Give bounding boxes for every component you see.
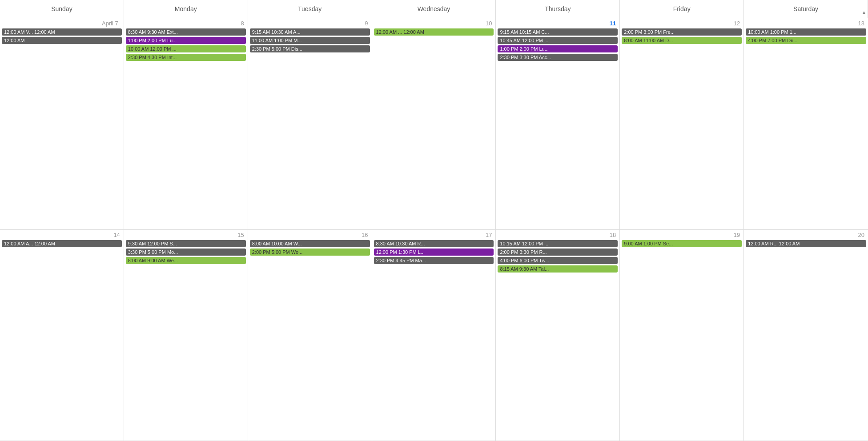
day-number-w1-d3: 17 — [374, 232, 494, 238]
day-number-w0-d4: 11 — [498, 20, 618, 27]
event-w1-d4-e0[interactable]: 10:15 AM 12:00 PM ... — [498, 240, 618, 247]
day-number-w1-d2: 16 — [250, 232, 370, 238]
event-w1-d6-e0[interactable]: 12:00 AM R... 12:00 AM — [746, 240, 866, 247]
header-sunday: Sunday — [0, 0, 124, 18]
day-number-w0-d0: April 7 — [2, 20, 122, 27]
day-cell-w1-d6[interactable]: 2012:00 AM R... 12:00 AM — [744, 230, 868, 441]
day-cell-w1-d0[interactable]: 1412:00 AM A... 12:00 AM — [0, 230, 124, 441]
event-w1-d4-e1[interactable]: 2:00 PM 3:30 PM R... — [498, 249, 618, 256]
header-wednesday: Wednesday — [372, 0, 496, 18]
week-row-0: April 712:00 AM V... 12:00 AM12:00 AM88:… — [0, 18, 868, 230]
header-tuesday: Tuesday — [248, 0, 372, 18]
day-number-w1-d6: 20 — [746, 232, 866, 238]
event-w0-d1-e2[interactable]: 10:00 AM 12:00 PM ... — [126, 45, 246, 52]
event-w0-d1-e0[interactable]: 8:30 AM 9:30 AM Ext... — [126, 28, 246, 36]
day-number-w0-d1: 8 — [126, 20, 246, 27]
day-number-w1-d1: 15 — [126, 232, 246, 238]
event-w1-d1-e2[interactable]: 8:00 AM 9:00 AM We... — [126, 257, 246, 264]
day-cell-w0-d6[interactable]: 1310:00 AM 1:00 PM 1...4:00 PM 7:00 PM D… — [744, 18, 868, 229]
event-w0-d4-e2[interactable]: 1:00 PM 2:00 PM Lu... — [498, 45, 618, 52]
day-cell-w0-d4[interactable]: 119:15 AM 10:15 AM C...10:45 AM 12:00 PM… — [496, 18, 620, 229]
event-w1-d1-e1[interactable]: 3:30 PM 5:00 PM Mo... — [126, 249, 246, 256]
event-w1-d5-e0[interactable]: 9:00 AM 1:00 PM Se... — [622, 240, 742, 247]
day-number-w0-d6: 13 — [746, 20, 866, 27]
day-cell-w0-d0[interactable]: April 712:00 AM V... 12:00 AM12:00 AM — [0, 18, 124, 229]
event-w1-d4-e2[interactable]: 4:00 PM 6:00 PM Tw... — [498, 257, 618, 264]
event-w0-d6-e1[interactable]: 4:00 PM 7:00 PM Dri... — [746, 37, 866, 44]
day-number-w0-d2: 9 — [250, 20, 370, 27]
day-cell-w1-d3[interactable]: 178:30 AM 10:30 AM R...12:00 PM 1:30 PM … — [372, 230, 496, 441]
weeks-container: April 712:00 AM V... 12:00 AM12:00 AM88:… — [0, 18, 868, 441]
header-thursday: Thursday — [496, 0, 620, 18]
header-saturday: Saturday — [744, 0, 868, 18]
event-w1-d3-e0[interactable]: 8:30 AM 10:30 AM R... — [374, 240, 494, 247]
day-cell-w1-d5[interactable]: 199:00 AM 1:00 PM Se... — [620, 230, 744, 441]
day-number-w1-d4: 18 — [498, 232, 618, 238]
event-w0-d6-e0[interactable]: 10:00 AM 1:00 PM 1... — [746, 28, 866, 36]
event-w1-d4-e3[interactable]: 8:15 AM 9:30 AM Tal... — [498, 265, 618, 273]
day-cell-w1-d1[interactable]: 159:30 AM 12:00 PM S...3:30 PM 5:00 PM M… — [124, 230, 248, 441]
event-w1-d3-e2[interactable]: 2:30 PM 4:45 PM Ma... — [374, 257, 494, 264]
header-monday: Monday — [124, 0, 248, 18]
day-cell-w0-d5[interactable]: 122:00 PM 3:00 PM Fre...8:00 AM 11:00 AM… — [620, 18, 744, 229]
event-w0-d5-e1[interactable]: 8:00 AM 11:00 AM D... — [622, 37, 742, 44]
day-number-w0-d5: 12 — [622, 20, 742, 27]
calendar-header: Sunday Monday Tuesday Wednesday Thursday… — [0, 0, 868, 18]
event-w0-d3-e0[interactable]: 12:00 AM ... 12:00 AM — [374, 28, 494, 36]
day-cell-w0-d3[interactable]: 1012:00 AM ... 12:00 AM — [372, 18, 496, 229]
event-w1-d1-e0[interactable]: 9:30 AM 12:00 PM S... — [126, 240, 246, 247]
event-w0-d4-e0[interactable]: 9:15 AM 10:15 AM C... — [498, 28, 618, 36]
week-row-1: 1412:00 AM A... 12:00 AM159:30 AM 12:00 … — [0, 230, 868, 441]
event-w0-d2-e0[interactable]: 9:15 AM 10:30 AM A... — [250, 28, 370, 36]
event-w0-d2-e2[interactable]: 2:30 PM 5:00 PM Dis... — [250, 45, 370, 52]
event-w1-d3-e1[interactable]: 12:00 PM 1:30 PM L... — [374, 249, 494, 256]
event-w0-d2-e1[interactable]: 11:00 AM 1:00 PM M... — [250, 37, 370, 44]
day-cell-w1-d4[interactable]: 1810:15 AM 12:00 PM ...2:00 PM 3:30 PM R… — [496, 230, 620, 441]
calendar: Sunday Monday Tuesday Wednesday Thursday… — [0, 0, 868, 441]
event-w0-d1-e3[interactable]: 2:30 PM 4:30 PM Int... — [126, 54, 246, 61]
header-friday: Friday — [620, 0, 744, 18]
event-w0-d0-e1[interactable]: 12:00 AM — [2, 37, 122, 44]
event-w1-d2-e1[interactable]: 2:00 PM 5:00 PM Wo... — [250, 249, 370, 256]
day-number-w0-d3: 10 — [374, 20, 494, 27]
day-number-w1-d0: 14 — [2, 232, 122, 238]
event-w1-d0-e0[interactable]: 12:00 AM A... 12:00 AM — [2, 240, 122, 247]
event-w0-d4-e1[interactable]: 10:45 AM 12:00 PM ... — [498, 37, 618, 44]
event-w0-d1-e1[interactable]: 1:00 PM 2:00 PM Lu... — [126, 37, 246, 44]
day-number-w1-d5: 19 — [622, 232, 742, 238]
event-w0-d5-e0[interactable]: 2:00 PM 3:00 PM Fre... — [622, 28, 742, 36]
event-w0-d4-e3[interactable]: 2:30 PM 3:30 PM Acc... — [498, 54, 618, 61]
day-cell-w1-d2[interactable]: 168:00 AM 10:00 AM W...2:00 PM 5:00 PM W… — [248, 230, 372, 441]
event-w0-d0-e0[interactable]: 12:00 AM V... 12:00 AM — [2, 28, 122, 36]
day-cell-w0-d1[interactable]: 88:30 AM 9:30 AM Ext...1:00 PM 2:00 PM L… — [124, 18, 248, 229]
event-w1-d2-e0[interactable]: 8:00 AM 10:00 AM W... — [250, 240, 370, 247]
day-cell-w0-d2[interactable]: 99:15 AM 10:30 AM A...11:00 AM 1:00 PM M… — [248, 18, 372, 229]
